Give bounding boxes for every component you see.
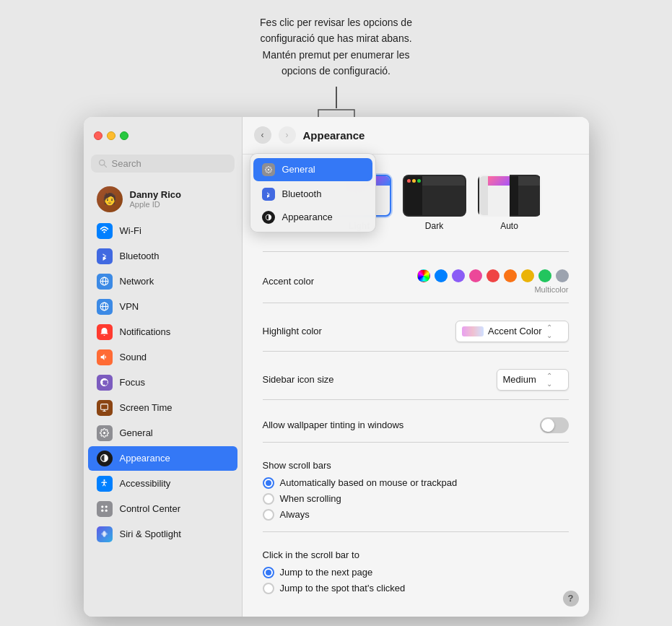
fullscreen-button[interactable] xyxy=(120,131,128,140)
thumb-auto-sidebar-r xyxy=(510,176,519,215)
sidebar-item-bluetooth[interactable]: Bluetooth xyxy=(88,244,237,269)
sidebar-item-vpn[interactable]: VPN xyxy=(88,295,237,319)
tooltip-bracket xyxy=(315,108,358,117)
wifi-icon xyxy=(97,223,113,239)
highlight-color-value: Accent Color xyxy=(488,326,541,336)
scroll-scrolling-option[interactable]: When scrolling xyxy=(263,491,569,507)
color-dot-pink[interactable] xyxy=(469,269,482,282)
back-button[interactable]: ‹ xyxy=(254,126,271,144)
accessibility-icon xyxy=(97,476,113,492)
sidebar-item-sound[interactable]: Sound xyxy=(88,345,237,370)
svg-rect-8 xyxy=(101,404,108,410)
color-dot-blue[interactable] xyxy=(435,269,448,282)
highlight-preview xyxy=(462,326,484,336)
mode-dark-thumbnail xyxy=(403,175,466,217)
thumb-auto-header-l xyxy=(488,176,509,186)
sidebar-item-focus[interactable]: Focus xyxy=(88,370,237,395)
sidebar-item-appearance-label: Appearance xyxy=(120,453,170,464)
mode-auto[interactable]: Auto xyxy=(478,175,541,231)
show-scroll-bars-label: Show scroll bars xyxy=(263,460,569,471)
thumb-dark-header xyxy=(422,176,465,186)
scroll-always-radio[interactable] xyxy=(263,509,274,521)
minimize-button[interactable] xyxy=(107,131,115,140)
search-bar[interactable]: Search xyxy=(91,155,235,173)
scroll-auto-radio[interactable] xyxy=(263,477,274,489)
highlight-color-select[interactable]: Accent Color ⌃⌄ xyxy=(455,321,568,342)
chevron-updown-icon: ⌃⌄ xyxy=(546,372,552,388)
color-dot-graphite[interactable] xyxy=(556,269,569,282)
sidebar-item-wifi[interactable]: Wi-Fi xyxy=(88,219,237,243)
highlight-color-section: Highlight color Accent Color ⌃⌄ xyxy=(263,303,569,348)
sidebar-item-bluetooth-label: Bluetooth xyxy=(120,251,160,261)
help-button[interactable]: ? xyxy=(563,591,579,607)
siri-icon xyxy=(97,526,113,542)
tooltip-line2: configuració que has mirat abans. xyxy=(260,32,411,44)
sidebar-item-siri[interactable]: Siri & Spotlight xyxy=(88,522,237,547)
thumb-dark-dot-red xyxy=(407,179,411,183)
svg-point-11 xyxy=(103,432,105,434)
scroll-auto-radio-inner xyxy=(266,480,271,486)
scroll-always-option[interactable]: Always xyxy=(263,507,569,523)
thumb-auto-sidebar-l xyxy=(479,176,489,215)
sidebar-icon-label: Sidebar icon size xyxy=(263,374,334,385)
sidebar-icon-select[interactable]: Medium ⌃⌄ xyxy=(497,369,569,391)
svg-line-1 xyxy=(104,165,106,167)
sidebar-item-accessibility-label: Accessibility xyxy=(120,478,171,489)
show-scroll-bars-group: Show scroll bars Automatically based on … xyxy=(263,454,569,529)
accent-color-section: Accent color xyxy=(263,251,569,300)
network-icon xyxy=(97,274,113,290)
forward-button[interactable]: › xyxy=(279,126,296,144)
sidebar-item-network[interactable]: Network xyxy=(88,269,237,294)
main-content: ‹ › Appearance General Bluetooth xyxy=(243,117,589,617)
dropdown-item-appearance[interactable]: Appearance xyxy=(253,206,372,229)
avatar: 🧑 xyxy=(97,186,123,212)
mode-dark[interactable]: Dark xyxy=(403,175,466,231)
sidebar-item-general[interactable]: General xyxy=(88,421,237,445)
dropdown-menu: General Bluetooth Appearance xyxy=(250,153,376,232)
sidebar: Search 🧑 Danny Rico Apple ID Wi-Fi xyxy=(84,117,243,617)
color-dot-multicolor[interactable] xyxy=(417,269,430,282)
user-subtitle: Apple ID xyxy=(130,200,182,209)
wallpaper-tinting-label: Allow wallpaper tinting in windows xyxy=(263,419,404,430)
close-button[interactable] xyxy=(94,131,102,140)
dropdown-item-general[interactable]: General xyxy=(253,158,372,181)
color-dot-red[interactable] xyxy=(486,269,499,282)
vpn-icon xyxy=(97,299,113,315)
sidebar-item-focus-label: Focus xyxy=(120,377,145,388)
dropdown-item-bluetooth[interactable]: Bluetooth xyxy=(253,183,372,206)
scroll-click-group: Click in the scroll bar to Jump to the n… xyxy=(263,544,569,602)
scroll-scrolling-label: When scrolling xyxy=(280,493,341,504)
accent-color-row: Accent color xyxy=(263,264,569,300)
wallpaper-tinting-toggle[interactable] xyxy=(540,417,569,433)
color-dot-purple[interactable] xyxy=(452,269,465,282)
sidebar-item-user[interactable]: 🧑 Danny Rico Apple ID xyxy=(88,181,237,218)
color-dot-green[interactable] xyxy=(538,269,551,282)
mode-dark-label: Dark xyxy=(425,221,443,231)
scroll-auto-option[interactable]: Automatically based on mouse or trackpad xyxy=(263,475,569,491)
sidebar-item-screentime[interactable]: Screen Time xyxy=(88,396,237,420)
sidebar-item-notifications[interactable]: Notifications xyxy=(88,320,237,344)
sound-icon xyxy=(97,349,113,365)
scroll-nextpage-radio[interactable] xyxy=(263,567,274,578)
bluetooth-icon xyxy=(97,248,113,264)
color-dot-orange[interactable] xyxy=(504,269,517,282)
wallpaper-tinting-section: Allow wallpaper tinting in windows xyxy=(263,399,569,439)
wallpaper-tinting-row: Allow wallpaper tinting in windows xyxy=(263,412,569,439)
scroll-spot-option[interactable]: Jump to the spot that's clicked xyxy=(263,581,569,596)
sidebar-item-controlcenter[interactable]: Control Center xyxy=(88,497,237,521)
scroll-spot-radio[interactable] xyxy=(263,583,274,594)
scroll-scrolling-radio[interactable] xyxy=(263,493,274,505)
sidebar-titlebar xyxy=(84,117,242,155)
general-icon xyxy=(97,425,113,441)
svg-point-17 xyxy=(105,510,108,512)
sidebar-icon-value: Medium xyxy=(503,374,536,385)
sidebar-item-appearance[interactable]: Appearance xyxy=(88,446,237,471)
scroll-nextpage-option[interactable]: Jump to the next page xyxy=(263,565,569,581)
sidebar-item-accessibility[interactable]: Accessibility xyxy=(88,471,237,496)
sidebar-list: 🧑 Danny Rico Apple ID Wi-Fi xyxy=(84,180,242,617)
color-dot-yellow[interactable] xyxy=(521,269,534,282)
scroll-bars-section: Show scroll bars Automatically based on … xyxy=(263,442,569,529)
search-icon xyxy=(98,159,108,168)
sidebar-item-vpn-label: VPN xyxy=(120,301,139,312)
page-title: Appearance xyxy=(303,129,365,142)
